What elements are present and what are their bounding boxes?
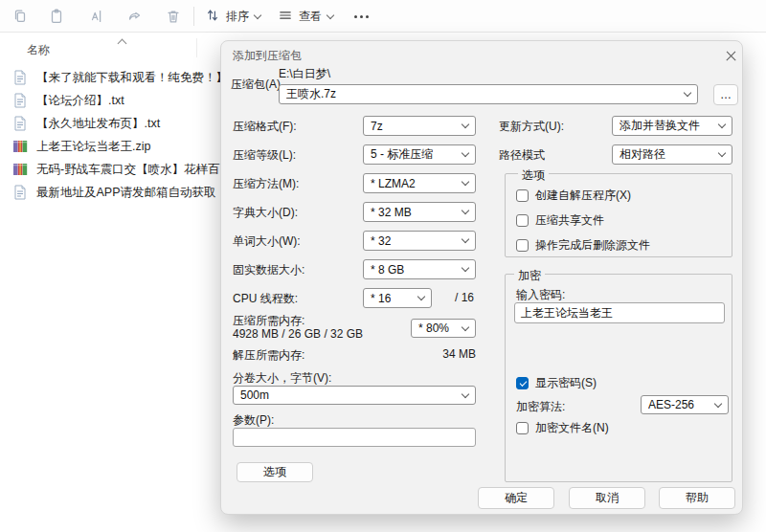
help-button[interactable]: 帮助 bbox=[659, 487, 735, 509]
ellipsis-icon bbox=[354, 15, 369, 18]
view-button[interactable]: 查看 bbox=[274, 5, 337, 28]
sort-ascending-icon bbox=[118, 39, 127, 49]
archive-name-value: 王喷水.7z bbox=[286, 86, 336, 102]
format-label: 压缩格式(F): bbox=[233, 119, 297, 135]
add-to-archive-dialog: 添加到压缩包 压缩包(A) E:\白日梦\ 王喷水.7z … 压缩格式(F): … bbox=[220, 40, 743, 515]
file-row[interactable]: 【来了就能下载和观看！纯免费！】.txt bbox=[4, 66, 234, 89]
solid-block-label: 固实数据大小: bbox=[233, 262, 304, 278]
parameters-label: 参数(P): bbox=[233, 412, 274, 429]
password-label: 输入密码: bbox=[516, 287, 565, 303]
file-name: 【来了就能下载和观看！纯免费！】.txt bbox=[36, 70, 244, 86]
level-combo[interactable]: 5 - 标准压缩 bbox=[363, 144, 476, 165]
close-icon[interactable] bbox=[721, 46, 742, 67]
file-name: 【永久地址发布页】.txt bbox=[36, 116, 160, 132]
parameters-input[interactable] bbox=[233, 428, 476, 447]
share-icon[interactable] bbox=[123, 5, 147, 28]
path-mode-combo[interactable]: 相对路径 bbox=[612, 144, 732, 165]
sort-button[interactable]: 排序 bbox=[201, 5, 264, 28]
dictionary-combo[interactable]: * 32 MB bbox=[363, 202, 476, 222]
file-row[interactable]: 最新地址及APP请发邮箱自动获取！！！.... bbox=[4, 181, 234, 204]
archive-file-icon bbox=[12, 162, 28, 177]
encryption-method-combo[interactable]: AES-256 bbox=[641, 395, 729, 414]
checkbox-icon bbox=[516, 214, 529, 227]
show-password-checkbox[interactable]: 显示密码(S) bbox=[516, 375, 597, 391]
delete-icon[interactable] bbox=[161, 5, 186, 28]
method-combo[interactable]: * LZMA2 bbox=[363, 173, 476, 193]
cancel-button[interactable]: 取消 bbox=[569, 487, 645, 509]
checkbox-icon bbox=[516, 422, 529, 434]
encryption-group-legend: 加密 bbox=[514, 268, 545, 284]
sort-icon bbox=[205, 8, 220, 26]
mem-decompress-value: 34 MB bbox=[384, 347, 476, 361]
more-options-button[interactable] bbox=[350, 5, 372, 28]
text-file-icon bbox=[12, 116, 28, 131]
cpu-threads-max: / 16 bbox=[455, 291, 474, 304]
text-file-icon bbox=[12, 70, 28, 85]
archive-name-combo[interactable]: 王喷水.7z bbox=[279, 84, 698, 104]
sfx-checkbox[interactable]: 创建自解压程序(X) bbox=[516, 188, 631, 204]
archive-path: E:\白日梦\ bbox=[279, 66, 330, 82]
paste-icon[interactable] bbox=[44, 5, 69, 28]
column-separator[interactable] bbox=[196, 38, 197, 57]
encrypt-filenames-checkbox[interactable]: 加密文件名(N) bbox=[516, 420, 609, 436]
ok-button[interactable]: 确定 bbox=[478, 487, 554, 509]
mem-usage-combo[interactable]: * 80% bbox=[411, 319, 476, 338]
format-combo[interactable]: 7z bbox=[363, 116, 476, 136]
mem-compress-detail: 4928 MB / 26 GB / 32 GB bbox=[233, 327, 363, 341]
dictionary-label: 字典大小(D): bbox=[233, 205, 298, 221]
encryption-method-label: 加密算法: bbox=[516, 399, 565, 415]
chevron-down-icon bbox=[254, 11, 261, 18]
file-row[interactable]: 【永久地址发布页】.txt bbox=[4, 112, 234, 135]
view-label: 查看 bbox=[299, 9, 322, 25]
solid-block-combo[interactable]: * 8 GB bbox=[363, 259, 476, 279]
archive-label: 压缩包(A) bbox=[231, 77, 281, 93]
checkbox-checked-icon bbox=[516, 377, 529, 389]
path-mode-label: 路径模式 bbox=[499, 147, 545, 164]
file-row[interactable]: 无码-野战车震口交【喷水】花样百出.7z bbox=[4, 158, 234, 181]
options-group-legend: 选项 bbox=[518, 167, 549, 184]
delete-after-checkbox[interactable]: 操作完成后删除源文件 bbox=[516, 237, 650, 254]
view-icon bbox=[278, 8, 293, 26]
file-row[interactable]: 【论坛介绍】.txt bbox=[4, 89, 234, 112]
sort-label: 排序 bbox=[226, 9, 249, 25]
options-button[interactable]: 选项 bbox=[237, 462, 313, 482]
checkbox-icon bbox=[516, 239, 529, 252]
text-file-icon bbox=[12, 93, 28, 108]
toolbar-divider bbox=[193, 7, 194, 26]
volume-size-combo[interactable]: 500m bbox=[233, 386, 476, 405]
level-label: 压缩等级(L): bbox=[233, 147, 296, 164]
volume-size-label: 分卷大小，字节(V): bbox=[233, 370, 331, 387]
dialog-title: 添加到压缩包 bbox=[233, 48, 302, 64]
browse-button[interactable]: … bbox=[713, 84, 738, 105]
file-name: 【论坛介绍】.txt bbox=[36, 93, 124, 109]
cpu-threads-label: CPU 线程数: bbox=[233, 291, 298, 307]
word-size-combo[interactable]: * 32 bbox=[363, 231, 476, 251]
cpu-threads-combo[interactable]: * 16 bbox=[363, 288, 432, 308]
password-input[interactable]: 上老王论坛当老王 bbox=[514, 302, 725, 323]
chevron-down-icon bbox=[327, 11, 334, 18]
text-file-icon bbox=[12, 185, 28, 200]
word-size-label: 单词大小(W): bbox=[233, 233, 301, 250]
column-header-name[interactable]: 名称 bbox=[27, 42, 50, 58]
rename-icon[interactable] bbox=[84, 5, 109, 28]
update-mode-label: 更新方式(U): bbox=[499, 119, 564, 135]
update-mode-combo[interactable]: 添加并替换文件 bbox=[612, 116, 732, 136]
explorer-toolbar: 排序 查看 bbox=[0, 0, 766, 33]
file-row[interactable]: 上老王论坛当老王.zip bbox=[4, 135, 234, 158]
file-name: 无码-野战车震口交【喷水】花样百出.7z bbox=[36, 162, 248, 178]
file-name: 上老王论坛当老王.zip bbox=[36, 139, 150, 155]
method-label: 压缩方法(M): bbox=[233, 176, 299, 192]
screen: 排序 查看 名称 【来了就能下载和观看！纯免费！】.txt 【论坛介绍】.txt bbox=[0, 0, 766, 532]
copy-icon[interactable] bbox=[8, 5, 33, 28]
shared-files-checkbox[interactable]: 压缩共享文件 bbox=[516, 212, 604, 229]
checkbox-icon bbox=[516, 189, 529, 202]
archive-file-icon bbox=[12, 139, 28, 154]
mem-decompress-label: 解压所需内存: bbox=[233, 347, 304, 364]
